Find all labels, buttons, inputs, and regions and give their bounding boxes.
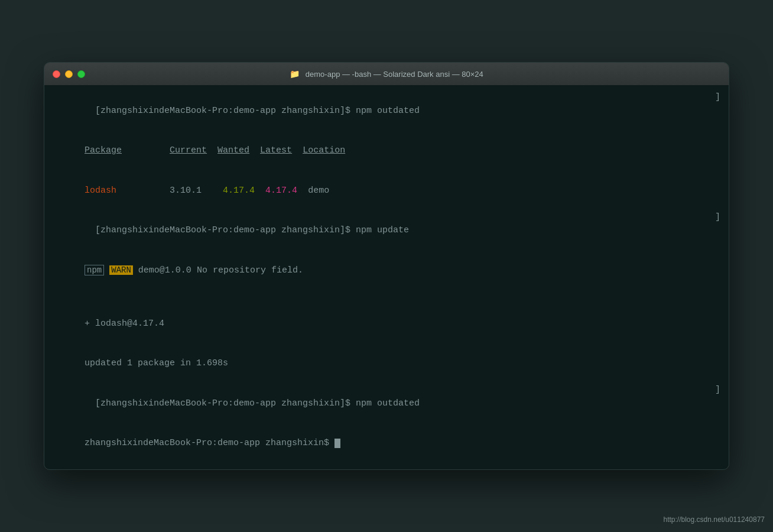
terminal-line-plus: + lodash@4.17.4: [53, 304, 720, 344]
terminal-line-update: [zhangshixindeMacBook-Pro:demo-app zhang…: [53, 211, 720, 251]
terminal-window: 📁 demo-app — -bash — Solarized Dark ansi…: [44, 62, 729, 470]
traffic-lights: [53, 70, 85, 78]
terminal-line-headers: Package Current Wanted Latest Location: [53, 131, 720, 171]
window-title: 📁 demo-app — -bash — Solarized Dark ansi…: [290, 69, 483, 79]
terminal-body[interactable]: [zhangshixindeMacBook-Pro:demo-app zhang…: [44, 85, 729, 469]
terminal-line-last-prompt: zhangshixindeMacBook-Pro:demo-app zhangs…: [53, 424, 720, 464]
folder-icon: 📁: [290, 69, 300, 79]
minimize-button[interactable]: [65, 70, 73, 78]
line-content: [zhangshixindeMacBook-Pro:demo-app zhang…: [53, 91, 420, 131]
line-content: [zhangshixindeMacBook-Pro:demo-app zhang…: [53, 384, 420, 424]
cursor: [334, 439, 340, 448]
terminal-line-outdated2: [zhangshixindeMacBook-Pro:demo-app zhang…: [53, 384, 720, 424]
line-content: [zhangshixindeMacBook-Pro:demo-app zhang…: [53, 211, 409, 251]
maximize-button[interactable]: [77, 70, 85, 78]
terminal-line-warn: npm WARN demo@1.0.0 No repository field.: [53, 251, 720, 291]
terminal-line-updated: updated 1 package in 1.698s: [53, 344, 720, 384]
terminal-line-lodash: lodash 3.10.1 4.17.4 4.17.4 demo: [53, 171, 720, 211]
terminal-line-blank: [53, 291, 720, 304]
titlebar: 📁 demo-app — -bash — Solarized Dark ansi…: [44, 63, 729, 85]
watermark: http://blog.csdn.net/u011240877: [664, 515, 765, 524]
close-button[interactable]: [53, 70, 60, 78]
terminal-line: [zhangshixindeMacBook-Pro:demo-app zhang…: [53, 91, 720, 131]
